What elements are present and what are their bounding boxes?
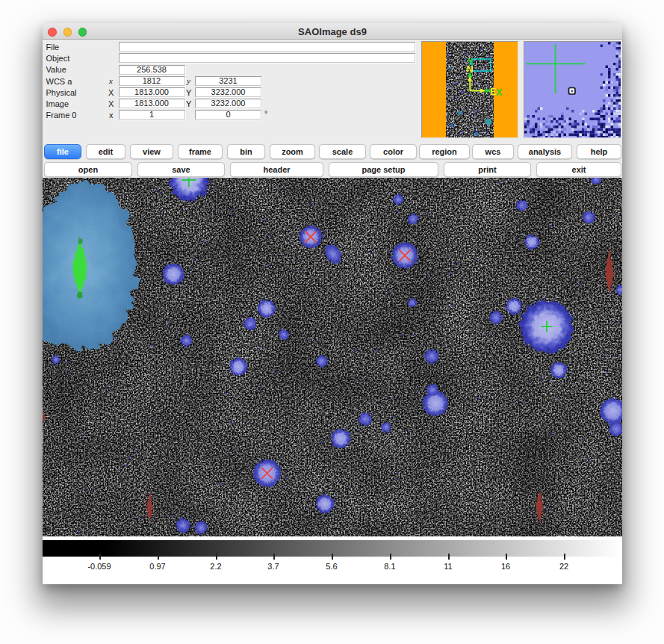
svg-text:E: E (490, 87, 496, 97)
svg-text:N: N (467, 64, 474, 75)
svg-text:X: X (496, 87, 503, 98)
